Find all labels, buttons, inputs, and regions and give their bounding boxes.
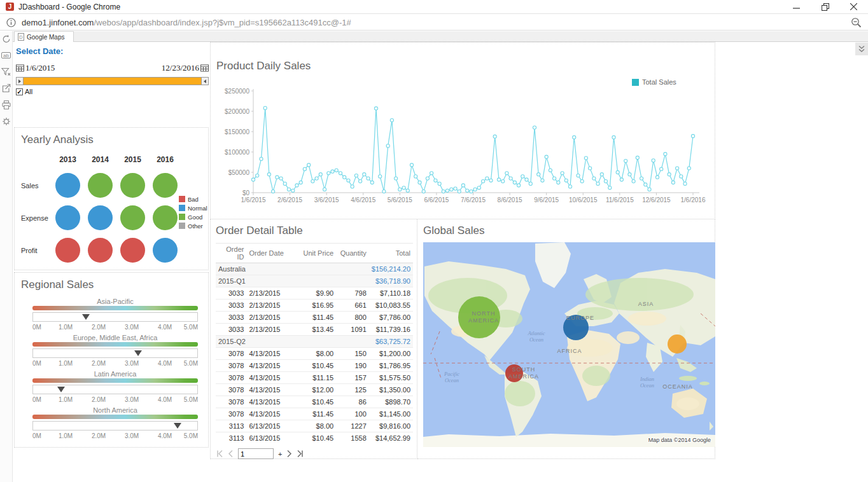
- order-id: 3078: [216, 408, 246, 420]
- slider-track[interactable]: [32, 421, 198, 430]
- minimize-button[interactable]: [782, 0, 811, 13]
- status-circle-bad[interactable]: [55, 238, 80, 263]
- data-point: [276, 176, 279, 179]
- first-page-icon[interactable]: [216, 450, 223, 457]
- data-point: [561, 172, 564, 175]
- end-date-picker[interactable]: 12/23/2016: [162, 63, 209, 73]
- status-cell: [84, 202, 116, 234]
- continent-label: AMERICA: [468, 317, 499, 324]
- tick-labels: 0M1.0M2.0M3.0M4.0M5.0M: [32, 396, 198, 404]
- order-id: 3078: [216, 372, 246, 384]
- print-icon[interactable]: [1, 100, 11, 109]
- corner-cell: [21, 155, 52, 169]
- row-total: $14,652.99: [369, 432, 413, 444]
- close-button[interactable]: [839, 0, 868, 13]
- slider-marker[interactable]: [82, 314, 90, 320]
- table-row: 30784/13/2015$10.4586$898.70: [216, 396, 413, 408]
- settings-gear-icon[interactable]: [1, 116, 11, 126]
- status-circle-bad[interactable]: [120, 238, 145, 263]
- status-circle-normal[interactable]: [55, 205, 80, 230]
- status-circle-normal[interactable]: [153, 238, 178, 263]
- all-checkbox[interactable]: ✓ All: [16, 88, 209, 95]
- status-circle-good[interactable]: [88, 173, 113, 198]
- page-number-input[interactable]: [238, 448, 274, 459]
- url-text[interactable]: demo1.jinfonet.com/webos/app/dashboard/i…: [22, 18, 351, 27]
- order-date: 2/13/2015: [246, 324, 290, 336]
- tick-label: 1.0M: [59, 324, 73, 331]
- date-range-slider[interactable]: [16, 77, 209, 85]
- dashboard-toolbar: ab: [0, 31, 13, 482]
- start-date-picker[interactable]: 1/6/2015: [16, 63, 55, 73]
- data-point: [323, 188, 326, 191]
- slider-marker[interactable]: [134, 350, 142, 356]
- chart-title: Product Daily Sales: [216, 60, 311, 72]
- region-label: Europe, Middle East, Africa: [32, 334, 198, 342]
- slider-left-button[interactable]: [17, 78, 24, 85]
- close-icon: [850, 3, 857, 10]
- slider-track[interactable]: [32, 312, 198, 322]
- data-point: [644, 183, 647, 186]
- slider-right-button[interactable]: [201, 78, 208, 85]
- text-component-icon[interactable]: ab: [1, 50, 11, 60]
- data-point: [655, 176, 659, 179]
- gradient-scale: [32, 306, 198, 310]
- url-bar[interactable]: demo1.jinfonet.com/webos/app/dashboard/i…: [0, 15, 868, 31]
- slider-track[interactable]: [32, 348, 198, 358]
- page-info-icon[interactable]: [6, 18, 16, 27]
- tick-label: 3.0M: [125, 324, 139, 331]
- refresh-icon[interactable]: [1, 34, 11, 43]
- status-circle-good[interactable]: [120, 205, 145, 230]
- add-page-label[interactable]: +: [278, 450, 282, 458]
- unit-price: $11.15: [290, 372, 336, 384]
- order-id: 3033: [216, 312, 246, 324]
- export-icon[interactable]: [1, 83, 11, 93]
- slider-track[interactable]: [32, 385, 198, 394]
- tick-label: 2.0M: [92, 432, 106, 439]
- status-circle-normal[interactable]: [55, 173, 80, 198]
- region-label: North America: [32, 406, 198, 415]
- yearly-legend: BadNormalGoodOther: [179, 195, 207, 230]
- status-circle-bad[interactable]: [88, 238, 113, 263]
- status-circle-good[interactable]: [120, 173, 145, 198]
- data-point: [470, 190, 473, 193]
- status-circle-normal[interactable]: [88, 205, 113, 230]
- data-point: [628, 173, 631, 176]
- status-circle-good[interactable]: [153, 173, 178, 198]
- data-point: [251, 178, 255, 181]
- table-header-row: Order IDOrder DateUnit PriceQuantityTota…: [216, 244, 413, 263]
- restore-button[interactable]: [811, 0, 839, 13]
- order-id: 3033: [216, 324, 246, 336]
- legend-label: Total Sales: [642, 78, 676, 86]
- sales-bubble-japan[interactable]: [668, 334, 687, 354]
- group-row: 2015-Q1$36,718.90: [216, 275, 413, 287]
- world-map[interactable]: NORTHAMERICAEUROPEASIAAFRICASOUTHAMERICA…: [423, 242, 715, 447]
- clear-filter-icon[interactable]: [1, 67, 11, 76]
- gradient-scale: [32, 415, 198, 419]
- last-page-icon[interactable]: [297, 450, 304, 457]
- data-point: [410, 163, 413, 167]
- order-date: 4/13/2015: [246, 396, 290, 408]
- continent-label: ASIA: [638, 301, 654, 307]
- x-tick-label: 10/6/2015: [569, 196, 598, 203]
- row-total: $7,786.00: [369, 312, 413, 324]
- prev-page-icon[interactable]: [228, 450, 234, 457]
- zoom-out-icon[interactable]: [851, 17, 862, 28]
- data-point: [564, 179, 568, 182]
- chart-legend-total-sales[interactable]: Total Sales: [632, 78, 676, 86]
- data-point: [454, 187, 457, 190]
- legend-swatch-icon: [179, 214, 185, 220]
- data-point: [589, 167, 592, 170]
- slider-marker[interactable]: [174, 423, 181, 429]
- yearly-analysis-title: Yearly Analysis: [21, 134, 208, 146]
- collapse-panel-button[interactable]: [855, 43, 868, 55]
- data-point: [568, 185, 571, 188]
- data-point: [311, 180, 314, 183]
- status-circle-good[interactable]: [153, 205, 178, 230]
- data-point: [267, 173, 270, 176]
- slider-marker[interactable]: [57, 387, 65, 392]
- data-point: [347, 179, 350, 182]
- order-id: 3078: [216, 384, 246, 396]
- next-page-icon[interactable]: [286, 450, 292, 457]
- data-point: [287, 188, 290, 191]
- tab-google-maps[interactable]: D Google Maps: [14, 31, 74, 42]
